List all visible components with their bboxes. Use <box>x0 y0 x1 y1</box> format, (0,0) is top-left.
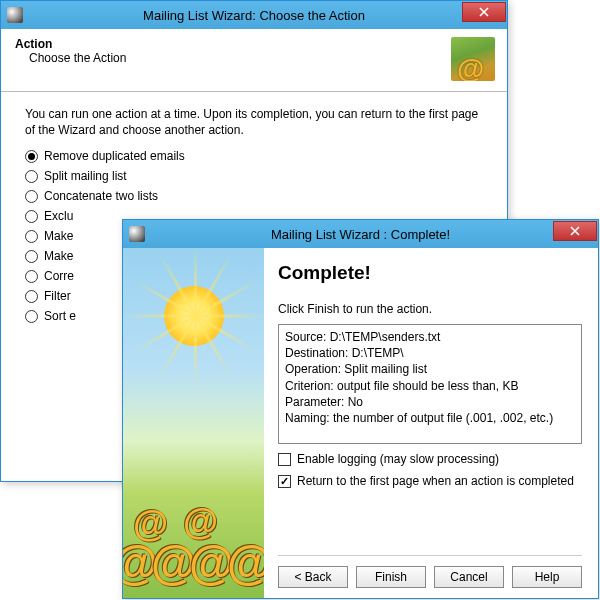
wizard-complete-window: Mailing List Wizard : Complete! @ @ @ @ … <box>122 219 599 599</box>
radio-icon <box>25 210 38 223</box>
complete-heading: Complete! <box>278 262 582 284</box>
checkbox-label: Return to the first page when an action … <box>297 474 574 488</box>
return-first-checkbox[interactable]: Return to the first page when an action … <box>278 474 582 488</box>
cancel-button[interactable]: Cancel <box>434 566 504 588</box>
checkbox-icon <box>278 453 291 466</box>
close-button[interactable] <box>553 221 597 241</box>
checkbox-icon <box>278 475 291 488</box>
window-title: Mailing List Wizard : Complete! <box>123 227 598 242</box>
window-title: Mailing List Wizard: Choose the Action <box>1 8 507 23</box>
option-label: Make <box>44 249 73 263</box>
sidebar-illustration: @ @ @ @ @ @ <box>123 248 264 598</box>
back-button[interactable]: < Back <box>278 566 348 588</box>
option-label: Concatenate two lists <box>44 189 158 203</box>
radio-icon <box>25 170 38 183</box>
radio-icon <box>25 290 38 303</box>
option-label: Split mailing list <box>44 169 127 183</box>
app-icon <box>7 7 23 23</box>
close-icon <box>570 226 580 236</box>
option-split[interactable]: Split mailing list <box>25 166 483 186</box>
checkbox-label: Enable logging (may slow processing) <box>297 452 499 466</box>
option-label: Exclu <box>44 209 73 223</box>
radio-icon <box>25 310 38 323</box>
option-label: Sort e <box>44 309 76 323</box>
header-image <box>451 37 495 81</box>
close-icon <box>479 7 489 17</box>
option-concatenate[interactable]: Concatenate two lists <box>25 186 483 206</box>
titlebar[interactable]: Mailing List Wizard : Complete! <box>123 220 598 248</box>
wizard-header: Action Choose the Action <box>1 29 507 92</box>
radio-icon <box>25 270 38 283</box>
radio-icon <box>25 230 38 243</box>
option-remove-duplicates[interactable]: Remove duplicated emails <box>25 146 483 166</box>
option-label: Make <box>44 229 73 243</box>
radio-icon <box>25 150 38 163</box>
finish-button[interactable]: Finish <box>356 566 426 588</box>
header-title: Action <box>15 37 451 51</box>
enable-logging-checkbox[interactable]: Enable logging (may slow processing) <box>278 452 582 466</box>
close-button[interactable] <box>462 2 506 22</box>
instruction-text: Click Finish to run the action. <box>278 302 582 316</box>
app-icon <box>129 226 145 242</box>
button-bar: < Back Finish Cancel Help <box>278 555 582 588</box>
titlebar[interactable]: Mailing List Wizard: Choose the Action <box>1 1 507 29</box>
option-label: Remove duplicated emails <box>44 149 185 163</box>
radio-icon <box>25 190 38 203</box>
header-subtitle: Choose the Action <box>15 51 451 65</box>
radio-icon <box>25 250 38 263</box>
option-label: Filter <box>44 289 71 303</box>
help-button[interactable]: Help <box>512 566 582 588</box>
intro-text: You can run one action at a time. Upon i… <box>25 106 483 138</box>
option-label: Corre <box>44 269 74 283</box>
complete-pane: Complete! Click Finish to run the action… <box>264 248 598 598</box>
summary-box[interactable]: Source: D:\TEMP\senders.txt Destination:… <box>278 324 582 444</box>
